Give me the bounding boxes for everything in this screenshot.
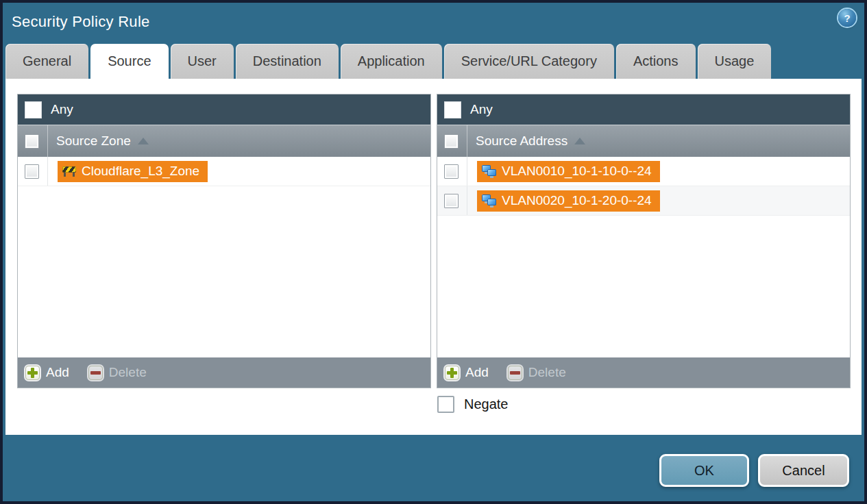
row-checkbox[interactable]: [444, 164, 459, 179]
source-zone-footer: Add Delete: [18, 357, 430, 388]
cancel-button[interactable]: Cancel: [758, 454, 849, 487]
address-value-label: VLAN0020_10-1-20-0--24: [502, 193, 652, 208]
table-row: Cloudflare_L3_Zone: [18, 157, 430, 186]
source-address-any-header: Any: [437, 94, 850, 125]
tab-service-url-category[interactable]: Service/URL Category: [444, 44, 614, 79]
zone-icon: [62, 166, 76, 177]
tab-bar: General Source User Destination Applicat…: [5, 44, 771, 79]
title-bar: Security Policy Rule ?: [3, 3, 864, 44]
delete-zone-label: Delete: [109, 365, 147, 380]
delete-address-button[interactable]: Delete: [508, 365, 566, 380]
delete-icon: [508, 366, 522, 380]
zone-value-label: Cloudflare_L3_Zone: [82, 164, 199, 179]
source-zone-select-all-cell: [18, 125, 48, 157]
row-checkbox-cell: [18, 157, 48, 186]
source-address-any-checkbox[interactable]: [444, 101, 461, 118]
source-zone-column-header[interactable]: Source Zone: [18, 125, 430, 157]
delete-address-label: Delete: [528, 365, 566, 380]
tab-usage[interactable]: Usage: [698, 44, 772, 79]
add-zone-label: Add: [46, 365, 69, 380]
ok-button[interactable]: OK: [659, 454, 749, 487]
row-checkbox-cell: [437, 186, 467, 215]
source-address-panel: Any Source Address V: [437, 94, 851, 388]
add-address-label: Add: [465, 365, 489, 380]
help-icon[interactable]: ?: [838, 9, 856, 27]
dialog-title: Security Policy Rule: [12, 13, 150, 31]
source-zone-column-title: Source Zone: [56, 134, 131, 149]
tab-application[interactable]: Application: [341, 44, 442, 79]
address-value-label: VLAN0010_10-1-10-0--24: [502, 164, 652, 179]
add-icon: [25, 366, 40, 380]
table-row: VLAN0020_10-1-20-0--24: [437, 186, 850, 216]
negate-row: Negate: [437, 396, 509, 413]
add-icon: [445, 366, 459, 380]
row-value-cell: Cloudflare_L3_Zone: [48, 157, 430, 186]
source-address-column-title: Source Address: [476, 134, 567, 149]
source-zone-empty-area: [18, 186, 430, 357]
source-address-column-header[interactable]: Source Address: [437, 125, 850, 157]
tab-source[interactable]: Source: [90, 44, 168, 79]
source-address-select-all-cell: [437, 125, 467, 157]
address-value-tag[interactable]: VLAN0020_10-1-20-0--24: [477, 190, 660, 212]
source-address-any-label: Any: [470, 102, 493, 117]
row-checkbox[interactable]: [25, 164, 39, 179]
source-address-empty-area: [437, 216, 850, 357]
source-zone-any-checkbox[interactable]: [25, 101, 42, 118]
address-icon: [482, 165, 496, 177]
add-address-button[interactable]: Add: [445, 365, 489, 380]
tab-general[interactable]: General: [5, 44, 88, 79]
row-checkbox[interactable]: [444, 194, 459, 208]
source-zone-select-all-checkbox[interactable]: [25, 134, 39, 149]
window-frame: Security Policy Rule ? General Source Us…: [0, 0, 867, 504]
negate-checkbox[interactable]: [437, 396, 454, 413]
source-zone-panel: Any Source Zone Clou: [17, 94, 431, 388]
source-address-select-all-checkbox[interactable]: [444, 134, 459, 149]
address-value-tag[interactable]: VLAN0010_10-1-10-0--24: [477, 161, 660, 182]
sort-ascending-icon: [138, 138, 149, 144]
source-address-footer: Add Delete: [437, 357, 850, 388]
sort-ascending-icon: [574, 138, 585, 144]
delete-zone-button[interactable]: Delete: [88, 365, 147, 380]
row-checkbox-cell: [437, 157, 467, 186]
source-zone-any-header: Any: [18, 94, 430, 125]
zone-value-tag[interactable]: Cloudflare_L3_Zone: [58, 161, 208, 182]
negate-label: Negate: [464, 396, 509, 412]
table-row: VLAN0010_10-1-10-0--24: [437, 157, 850, 186]
tab-actions[interactable]: Actions: [616, 44, 696, 79]
delete-icon: [88, 366, 103, 380]
tab-user[interactable]: User: [171, 44, 234, 79]
add-zone-button[interactable]: Add: [25, 365, 69, 380]
address-icon: [482, 194, 496, 207]
row-value-cell: VLAN0010_10-1-10-0--24: [467, 157, 850, 186]
row-value-cell: VLAN0020_10-1-20-0--24: [467, 186, 850, 215]
security-policy-rule-dialog: Security Policy Rule ? General Source Us…: [3, 3, 864, 501]
tab-destination[interactable]: Destination: [236, 44, 339, 79]
source-tab-content: Any Source Zone Clou: [5, 79, 862, 435]
source-zone-any-label: Any: [51, 102, 73, 117]
